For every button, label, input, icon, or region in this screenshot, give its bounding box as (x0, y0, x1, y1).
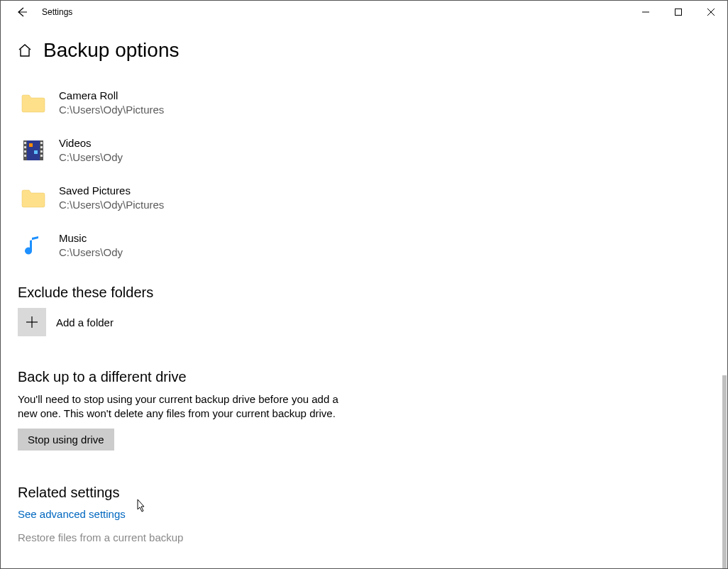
music-icon (21, 233, 46, 258)
folder-name: Saved Pictures (59, 184, 164, 198)
svg-rect-9 (24, 150, 26, 153)
folder-item-music[interactable]: Music C:\Users\Ody (18, 226, 710, 265)
stop-using-drive-button[interactable]: Stop using drive (18, 429, 114, 451)
videos-icon (21, 138, 46, 163)
exclude-title: Exclude these folders (18, 284, 710, 301)
back-button[interactable] (6, 6, 38, 18)
content-area: Backup options Camera Roll C:\Users\Ody\… (1, 23, 727, 568)
folder-list: Camera Roll C:\Users\Ody\Pictures Videos… (18, 83, 710, 265)
different-drive-desc: You'll need to stop using your current b… (18, 392, 344, 420)
home-icon[interactable] (18, 43, 32, 57)
svg-rect-12 (40, 146, 43, 148)
folder-item-videos[interactable]: Videos C:\Users\Ody (18, 131, 710, 170)
folder-icon (21, 185, 46, 211)
maximize-button[interactable] (662, 1, 695, 23)
svg-rect-13 (40, 150, 43, 153)
folder-path: C:\Users\Ody (59, 150, 123, 165)
folder-icon (21, 90, 46, 116)
folder-path: C:\Users\Ody\Pictures (59, 198, 164, 212)
svg-rect-11 (40, 142, 43, 144)
svg-rect-10 (24, 155, 26, 157)
folder-path: C:\Users\Ody (59, 245, 123, 260)
folder-item-saved-pictures[interactable]: Saved Pictures C:\Users\Ody\Pictures (18, 178, 710, 217)
add-folder-button[interactable]: Add a folder (18, 308, 710, 336)
folder-name: Camera Roll (59, 89, 164, 103)
svg-rect-14 (40, 155, 43, 157)
page-title: Backup options (43, 39, 179, 62)
svg-rect-16 (34, 150, 38, 154)
different-drive-title: Back up to a different drive (18, 369, 710, 385)
plus-icon (18, 308, 46, 336)
scrollbar[interactable] (722, 375, 727, 568)
folder-name: Videos (59, 136, 123, 150)
svg-rect-1 (675, 9, 682, 16)
folder-path: C:\Users\Ody\Pictures (59, 103, 164, 117)
add-folder-label: Add a folder (56, 316, 114, 328)
close-button[interactable] (695, 1, 727, 23)
restore-files-link[interactable]: Restore files from a current backup (18, 531, 710, 543)
title-bar: Settings (1, 1, 727, 23)
related-settings-title: Related settings (18, 485, 710, 501)
svg-rect-15 (29, 143, 33, 147)
folder-name: Music (59, 231, 123, 245)
svg-rect-7 (24, 142, 26, 144)
see-advanced-settings-link[interactable]: See advanced settings (18, 508, 710, 520)
folder-item-camera-roll[interactable]: Camera Roll C:\Users\Ody\Pictures (18, 83, 710, 122)
minimize-button[interactable] (629, 1, 662, 23)
window-title: Settings (38, 7, 72, 17)
svg-rect-8 (24, 146, 26, 148)
